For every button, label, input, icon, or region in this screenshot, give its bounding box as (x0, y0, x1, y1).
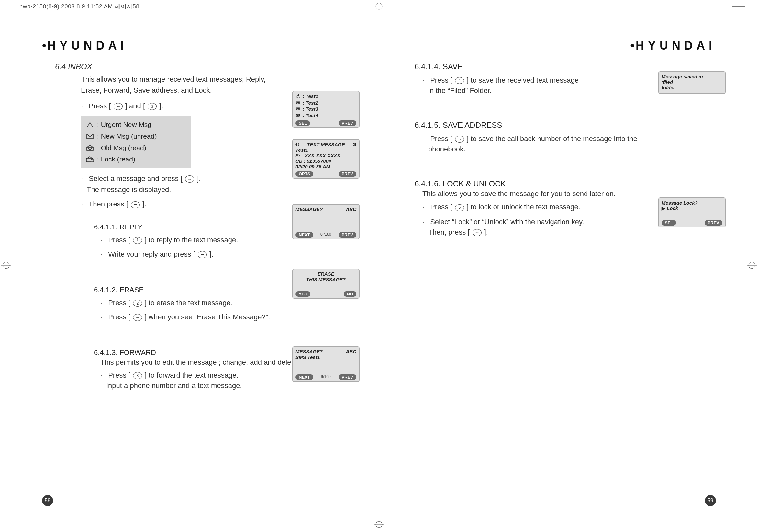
menu-key-icon (131, 201, 140, 208)
key-1-icon: 1 (133, 237, 142, 244)
svg-point-14 (90, 126, 90, 126)
reply-step2: Write your reply and press [ ]. (100, 249, 356, 260)
softkey-prev[interactable]: PREV (338, 232, 356, 238)
legend-row: : Old Msg (read) (86, 142, 186, 154)
forward-step1-note: Input a phone number and a text message. (106, 382, 356, 390)
char-counter: 9/160 (313, 374, 338, 380)
lock-step2-note: Then, press [ ]. (428, 228, 716, 237)
saveaddr-step1: Press [ 5 ] to save the call back number… (422, 133, 716, 144)
menu-key-icon (472, 229, 482, 236)
menu-key-icon (185, 175, 194, 183)
softkey-prev[interactable]: PREV (338, 120, 356, 126)
softkey-prev[interactable]: PREV (705, 220, 722, 225)
svg-rect-18 (91, 159, 93, 162)
phone-lock-dialog: Message Lock? Lock SEL PREV (658, 197, 726, 227)
step-select-note: The message is displayed. (87, 185, 356, 194)
page-right: HYUNDAI 6.4.1.4. SAVE Press [ 4 ] to sav… (379, 19, 739, 513)
erase-step2: Press [ ] when you see “Erase This Messa… (100, 312, 356, 323)
key-3-icon: 3 (133, 372, 142, 379)
subhead-save-address: 6.4.1.5. SAVE ADDRESS (415, 121, 716, 130)
legend-row: : Lock (read) (86, 153, 186, 165)
subhead-save: 6.4.1.4. SAVE (415, 62, 716, 71)
page-number: 58 (42, 495, 53, 506)
key-5-icon: 5 (455, 136, 464, 143)
crop-mark-bottom (374, 520, 384, 531)
legend-row: : Urgent New Msg (86, 119, 186, 130)
brand-logo: HYUNDAI (42, 39, 356, 52)
phone-saved-toast: Message saved in ‘filed’ folder (658, 71, 726, 94)
erase-step1: Press [ 2 ] to erase the text message. (100, 297, 356, 308)
softkey-yes[interactable]: YES (295, 291, 310, 297)
menu-key-icon (133, 314, 142, 321)
phone-inbox-list: ⚠: Test1 ✉: Test2 ✉: Test3 ✉: Test4 SEL … (292, 91, 360, 128)
phone-message-detail: ◐ TEXT MESSAGE ◑ Test1 Fr : XXX-XXX-XXXX… (292, 139, 360, 179)
legend-box: : Urgent New Msg : New Msg (unread) : Ol… (81, 116, 191, 168)
lock-desc: This allows you to save the message for … (422, 190, 716, 198)
mail-open-icon (86, 145, 94, 151)
section-intro: This allows you to manage received text … (81, 74, 285, 96)
alert-triangle-icon: ⚠ (295, 93, 301, 100)
softkey-no[interactable]: NO (344, 291, 357, 297)
crop-mark-right (747, 260, 757, 272)
mail-open-icon: ✉ (295, 106, 301, 112)
key-2-icon: 2 (133, 300, 142, 307)
key-3-icon: 3 (148, 103, 156, 110)
page-number: 59 (705, 495, 716, 506)
subhead-lock: 6.4.1.6. LOCK & UNLOCK (415, 179, 716, 188)
key-4-icon: 4 (455, 77, 464, 84)
mail-lock-icon (86, 156, 94, 162)
section-title: 6.4 INBOX (55, 62, 356, 71)
menu-key-icon (198, 251, 207, 258)
softkey-prev[interactable]: PREV (338, 171, 356, 177)
nav-left-icon: ◐ (295, 142, 299, 147)
nav-right-icon: ◑ (353, 142, 356, 147)
mail-closed-icon: ✉ (295, 100, 301, 106)
char-counter: 0 /160 (313, 232, 338, 238)
menu-key-icon (114, 103, 123, 110)
legend-row: : New Msg (unread) (86, 130, 186, 142)
softkey-prev[interactable]: PREV (338, 374, 356, 380)
mail-closed-icon (86, 133, 94, 140)
softkey-next[interactable]: NEXT (295, 232, 313, 238)
key-6-icon: 6 (455, 204, 464, 211)
phone-forward-editor: MESSAGE? ABC SMS Test1 NEXT 9/160 PREV (292, 346, 360, 382)
softkey-sel[interactable]: SEL (662, 220, 676, 225)
mail-lock-icon: ✉ (295, 112, 301, 119)
softkey-next[interactable]: NEXT (295, 374, 313, 380)
softkey-sel[interactable]: SEL (295, 120, 310, 126)
softkey-opts[interactable]: OPTS (295, 171, 313, 177)
crop-corner-icon (732, 7, 745, 19)
phone-erase-confirm: ERASE THIS MESSAGE? YES NO (292, 269, 360, 299)
crop-mark-left (1, 260, 11, 272)
crop-mark-top (374, 1, 384, 12)
page-left: HYUNDAI 6.4 INBOX This allows you to man… (19, 19, 379, 513)
saveaddr-step1-note: phonebook. (428, 145, 716, 153)
file-header: hwp-2150(8-9) 2003.8.9 11:52 AM 페이지58 (19, 3, 140, 10)
brand-logo: HYUNDAI (402, 39, 716, 52)
alert-triangle-icon (86, 121, 94, 128)
phone-reply-editor: MESSAGE? ABC NEXT 0 /160 PREV (292, 204, 360, 240)
